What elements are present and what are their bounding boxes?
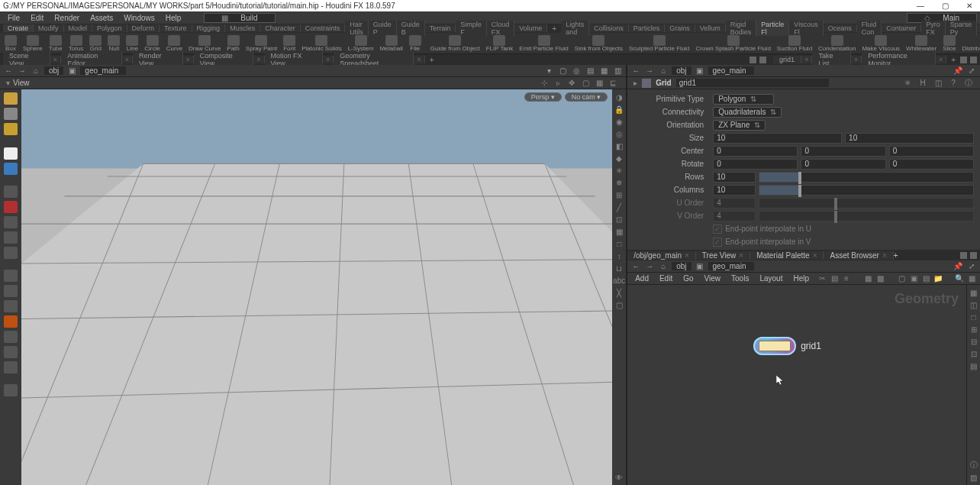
tool-icon[interactable] bbox=[4, 108, 18, 120]
shelf-tab[interactable]: Modify bbox=[34, 24, 64, 32]
net-tool-icon[interactable]: ▨ bbox=[969, 473, 978, 482]
shelf-torus[interactable]: Torus bbox=[67, 35, 85, 52]
netmenu-view[interactable]: View bbox=[700, 274, 726, 283]
network-tab-add[interactable]: + bbox=[894, 251, 898, 260]
net-opt-icon[interactable]: ▩ bbox=[875, 273, 885, 284]
menu-assets[interactable]: Assets bbox=[85, 14, 118, 22]
gear-icon[interactable]: ✳ bbox=[902, 78, 913, 89]
shelf-tab[interactable]: Terrain bbox=[425, 24, 456, 32]
tool-camera-icon[interactable] bbox=[4, 346, 18, 358]
viewport-opt-icon[interactable]: ◎ bbox=[571, 66, 582, 76]
network-tab[interactable]: Tree View× bbox=[696, 251, 750, 260]
net-tool-icon[interactable]: □ bbox=[969, 312, 978, 322]
geo-icon[interactable]: ▣ bbox=[66, 66, 77, 76]
size-y-input[interactable]: 10 bbox=[845, 133, 974, 144]
shelf-circle[interactable]: Circle bbox=[143, 35, 161, 52]
shelf-file[interactable]: File bbox=[408, 35, 423, 52]
pane-tab-add[interactable]: + bbox=[425, 56, 439, 64]
network-view[interactable]: Geometry grid1 bbox=[627, 285, 966, 485]
display-icon[interactable]: ◧ bbox=[614, 141, 624, 150]
select-icon[interactable]: ▹ bbox=[553, 78, 563, 89]
connectivity-select[interactable]: Quadrilaterals⇅ bbox=[713, 107, 782, 118]
display-icon[interactable]: ▦ bbox=[614, 227, 624, 236]
net-opt-icon[interactable]: ✂ bbox=[817, 273, 827, 284]
tool-arrow-icon[interactable] bbox=[4, 147, 18, 160]
net-opt-icon[interactable]: ▢ bbox=[896, 273, 907, 284]
pane-ctrl-icon[interactable] bbox=[750, 57, 756, 63]
pane-tab-x[interactable]: × bbox=[801, 56, 812, 63]
viewport-opt-icon[interactable]: ▦ bbox=[598, 66, 609, 76]
net-opt-icon[interactable]: ▦ bbox=[966, 273, 977, 284]
pane-ctrl-icon[interactable] bbox=[960, 57, 967, 63]
min-button[interactable]: — bbox=[913, 2, 928, 10]
shelf-r10[interactable]: Slice bbox=[941, 35, 957, 52]
shelf-tab[interactable]: Grains bbox=[665, 24, 695, 32]
shelf-lsystem[interactable]: L-System bbox=[347, 35, 376, 52]
tool-icon[interactable] bbox=[4, 186, 18, 198]
shelf-font[interactable]: Font bbox=[282, 35, 297, 52]
shelf-spraypaint[interactable]: Spray Paint bbox=[244, 35, 279, 52]
shelf-tab[interactable]: Simple F bbox=[456, 21, 487, 36]
shelf-tab[interactable]: Texture bbox=[160, 24, 192, 32]
size-x-input[interactable]: 10 bbox=[713, 133, 842, 144]
shelf-tab[interactable]: Deform bbox=[127, 24, 160, 32]
tool-box-icon[interactable] bbox=[4, 92, 18, 105]
fwd-button[interactable]: → bbox=[644, 261, 655, 272]
shelf-r2[interactable]: Emit Particle Fluid bbox=[517, 35, 569, 52]
close-button[interactable]: ✕ bbox=[962, 2, 977, 10]
net-tool-icon[interactable]: ⊞ bbox=[969, 325, 978, 334]
shelf-tab[interactable]: Create bbox=[3, 24, 34, 32]
max-button[interactable]: ▢ bbox=[937, 2, 953, 10]
handles-icon[interactable]: ⊹ bbox=[539, 78, 550, 89]
pane-ctrl-icon[interactable] bbox=[960, 252, 967, 259]
net-opt-icon[interactable]: ▦ bbox=[862, 273, 873, 284]
pane-tab-x[interactable]: × bbox=[851, 56, 862, 63]
net-tool-icon[interactable]: ▤ bbox=[969, 361, 978, 370]
geo-icon[interactable]: ▣ bbox=[695, 66, 705, 76]
rotate-z-input[interactable]: 0 bbox=[889, 159, 974, 170]
pane-tab-x[interactable]: × bbox=[253, 56, 264, 63]
help-icon[interactable]: ? bbox=[948, 78, 959, 89]
tool-icon[interactable] bbox=[4, 361, 18, 373]
center-y-input[interactable]: 0 bbox=[801, 146, 885, 157]
net-tool-icon[interactable]: ⊟ bbox=[969, 337, 978, 346]
shelf-tab[interactable]: Pyro FX bbox=[921, 21, 946, 36]
display-icon[interactable]: ⊔ bbox=[614, 264, 624, 273]
fwd-button[interactable]: → bbox=[644, 66, 655, 76]
shelf-tube[interactable]: Tube bbox=[47, 35, 64, 52]
rows-slider[interactable] bbox=[759, 172, 974, 183]
desktop-selector[interactable]: ▦Build bbox=[204, 13, 275, 23]
pane-tab-x[interactable]: × bbox=[414, 56, 424, 63]
shelf-tab[interactable]: Collisions bbox=[589, 24, 629, 32]
net-opt-icon[interactable]: ▤ bbox=[920, 273, 931, 284]
menu-windows[interactable]: Windows bbox=[119, 14, 160, 22]
shelf-grid[interactable]: Grid bbox=[88, 35, 103, 52]
back-button[interactable]: ← bbox=[3, 66, 14, 76]
tool-brush-icon[interactable] bbox=[4, 384, 18, 396]
menu-file[interactable]: File bbox=[3, 14, 24, 22]
back-button[interactable]: ← bbox=[630, 66, 641, 76]
pane-tab-x[interactable]: × bbox=[183, 56, 194, 63]
tool-select-icon[interactable] bbox=[4, 163, 18, 175]
viewport-3d[interactable]: Persp ▾ No cam ▾ bbox=[21, 89, 612, 485]
tool-icon[interactable] bbox=[4, 247, 18, 259]
shelf-tab[interactable]: Fluid Con bbox=[857, 21, 882, 36]
shelf-null[interactable]: Null bbox=[106, 35, 121, 52]
shelf-tab[interactable]: Guide P bbox=[369, 21, 397, 36]
net-opt-icon[interactable]: ≡ bbox=[841, 273, 852, 284]
shelf-drawcurve[interactable]: Draw Curve bbox=[187, 35, 222, 52]
cols-input[interactable]: 10 bbox=[713, 185, 756, 196]
shelf-r11[interactable]: Distribute Along Line bbox=[960, 35, 980, 52]
shelf-r5[interactable]: Crown Splash Particle Fluid bbox=[695, 35, 772, 52]
display-icon[interactable]: ◆ bbox=[614, 154, 624, 163]
netmenu-add[interactable]: Add bbox=[630, 274, 653, 283]
pane-ctrl-icon[interactable] bbox=[970, 252, 977, 259]
display-icon[interactable]: ⊡ bbox=[614, 215, 624, 224]
path-obj[interactable]: obj bbox=[672, 66, 691, 75]
display-icon[interactable]: ⊞ bbox=[614, 190, 624, 199]
geo-icon[interactable]: ▣ bbox=[695, 261, 705, 272]
home-icon[interactable]: ⌂ bbox=[31, 66, 41, 76]
home-icon[interactable]: ⌂ bbox=[658, 66, 669, 76]
shelf-r8[interactable]: Make Viscous bbox=[860, 35, 901, 52]
rotate-y-input[interactable]: 0 bbox=[801, 159, 885, 170]
